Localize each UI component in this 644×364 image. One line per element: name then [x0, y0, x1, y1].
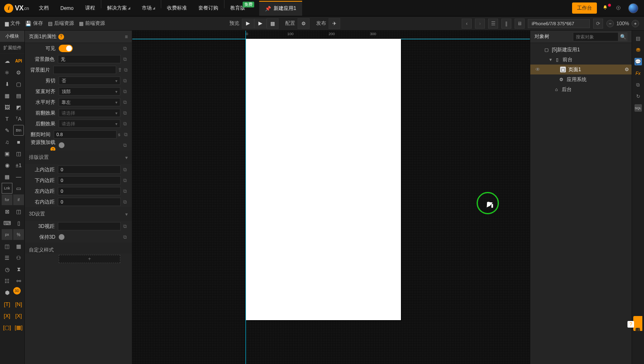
tool-cols-icon[interactable]: ◫ [2, 241, 12, 251]
nav-market[interactable]: 市场◢ [136, 0, 161, 16]
layout-toggle-2[interactable]: ‖ [501, 19, 511, 29]
tool-share-icon[interactable]: ⚇ [13, 252, 24, 263]
copy-icon[interactable]: ⧉ [121, 177, 129, 183]
backend-res[interactable]: ▤后端资源 [48, 20, 74, 27]
tool-graph-icon[interactable]: ⚛ [2, 67, 12, 78]
play-alt-button[interactable] [254, 19, 267, 29]
tree-appsys[interactable]: ⚙ 应用系统 [530, 74, 632, 84]
tool-if-icon[interactable]: if [13, 194, 24, 205]
input-bgcolor[interactable] [58, 55, 121, 63]
orient-icon[interactable]: ⟳ [593, 19, 603, 29]
tool-box-br-icon[interactable]: [▢] [2, 322, 12, 333]
avatar[interactable] [628, 3, 638, 13]
strip-chat-icon[interactable]: 💬 [634, 58, 642, 65]
tool-line-icon[interactable]: — [13, 171, 24, 182]
tool-timer-icon[interactable]: ⧗ [13, 264, 24, 275]
config-button[interactable]: ⚙ [298, 18, 310, 29]
copy-icon[interactable]: ⧉ [121, 56, 129, 62]
qr-button[interactable]: ▩ [267, 18, 279, 29]
nav-solutions[interactable]: 解决方案◢ [101, 0, 136, 16]
tool-close-icon[interactable]: ⊠ [2, 206, 12, 217]
tool-grid2-icon[interactable]: ▣ [2, 148, 12, 159]
help-icon[interactable]: ? [58, 34, 64, 40]
nav-pricing[interactable]: 收费标准 [161, 0, 193, 16]
copy-icon[interactable]: ⧉ [120, 142, 129, 148]
save-button[interactable]: 💾保存 [25, 20, 43, 27]
eye-icon[interactable]: 👁 [535, 67, 542, 72]
tool-music-icon[interactable]: ♫ [2, 136, 12, 147]
tool-button-icon[interactable]: Btn [13, 125, 24, 136]
copy-icon[interactable]: ⧉ [120, 99, 129, 105]
tool-px-icon[interactable]: px [2, 229, 12, 240]
canvas[interactable]: 0 100 200 300 [132, 31, 530, 364]
tool-input-icon[interactable]: ⌨ [2, 218, 12, 228]
select-halign[interactable]: 靠左▾ [59, 98, 120, 106]
copy-icon[interactable]: ⧉ [122, 132, 129, 137]
app-tab[interactable]: 📌 新建应用1 [259, 1, 302, 16]
tool-tab-extend[interactable]: 扩展组件 [0, 42, 24, 54]
layout-toggle-1[interactable]: ☰ [488, 19, 498, 29]
toggle-visible[interactable] [59, 45, 73, 52]
nav-fwd[interactable]: › [475, 19, 485, 29]
copy-icon[interactable]: ⧉ [120, 89, 129, 94]
nav-course[interactable]: 课程 [79, 0, 101, 16]
strip-fx-icon[interactable]: Fx [634, 69, 642, 77]
tree-back[interactable]: ⌂ 后台 [530, 84, 632, 94]
section-layout[interactable]: 排版设置▾ [25, 151, 132, 164]
zoom-in[interactable]: + [632, 20, 639, 27]
tool-image-icon[interactable]: 🖼 [2, 102, 12, 113]
tool-circle-icon[interactable]: ◉ [2, 160, 12, 170]
tool-cube-icon[interactable]: ⬢ [2, 287, 12, 298]
copy-icon[interactable]: ⧉ [120, 46, 129, 51]
strip-copy-icon[interactable]: ⧉ [634, 81, 642, 89]
toggle-keep3d[interactable] [59, 234, 64, 240]
tool-n-br-icon[interactable]: [N] [13, 299, 24, 309]
zoom-out[interactable]: − [606, 20, 614, 27]
publish-button[interactable]: ✈ [329, 18, 340, 29]
search-input[interactable] [573, 32, 618, 41]
tool-alignl-icon[interactable]: ☰ [2, 252, 12, 263]
strip-db-icon[interactable]: ⛃ [634, 46, 642, 54]
tool-table-icon[interactable]: ▤ [13, 90, 24, 101]
select-fxin[interactable]: 请选择▾ [59, 109, 120, 117]
tool-fence-icon[interactable]: ☷ [2, 275, 12, 286]
tool-qrscan-icon[interactable]: ▩ [2, 171, 12, 182]
input-pb[interactable] [58, 176, 121, 184]
nav-docs[interactable]: 文档 [33, 0, 55, 16]
tool-clock-icon[interactable]: ◷ [2, 264, 12, 275]
input-pl[interactable] [58, 187, 121, 195]
tool-pm-icon[interactable]: ±1 [13, 160, 24, 170]
logo[interactable]: i VX .cn [0, 4, 33, 13]
input-pr[interactable] [58, 198, 121, 206]
tool-pic-icon[interactable]: ◫ [13, 148, 24, 159]
add-style-button[interactable]: + [59, 255, 120, 263]
copy-icon[interactable]: ⧉ [122, 67, 129, 73]
select-valign[interactable]: 顶部▾ [59, 87, 120, 96]
file-menu[interactable]: ▆文件 [5, 20, 20, 27]
tool-percent-icon[interactable]: % [13, 229, 24, 240]
phone-canvas[interactable] [246, 39, 401, 320]
tool-box-icon[interactable]: ▭ [13, 183, 24, 194]
tool-grid3-icon[interactable]: ▦ [13, 241, 24, 251]
console-button[interactable]: 工作台 [572, 2, 597, 14]
copy-icon[interactable]: ⧉ [120, 234, 129, 240]
frontend-res[interactable]: ▦前端资源 [79, 20, 105, 27]
copy-icon[interactable]: ⧉ [121, 223, 129, 229]
page-action-icon[interactable]: ⚙ [625, 67, 629, 72]
props-menu-icon[interactable]: ≡ [125, 34, 128, 40]
tool-text-icon[interactable]: T [2, 113, 12, 124]
input-pt[interactable] [58, 165, 121, 174]
tool-mobile-icon[interactable]: ▯ [13, 218, 24, 228]
tool-tree2-icon[interactable]: ⚯ [13, 275, 24, 286]
strip-refresh-icon[interactable]: ↻ [634, 93, 642, 100]
tool-shape-icon[interactable]: ◩ [13, 102, 24, 113]
nav-back[interactable]: ‹ [462, 19, 472, 29]
tool-cloud-icon[interactable]: ☁ [2, 55, 12, 66]
input-bgimg[interactable] [53, 66, 116, 74]
copy-icon[interactable]: ⧉ [121, 188, 129, 194]
device-icon[interactable]: 🖥 [515, 19, 525, 29]
device-select[interactable]: iPhone6/7/8 375*667 [528, 19, 590, 28]
input-fliptime[interactable] [54, 130, 117, 139]
tool-edit-icon[interactable]: ✎ [2, 125, 12, 136]
tool-layers-icon[interactable]: ◫ [13, 206, 24, 217]
